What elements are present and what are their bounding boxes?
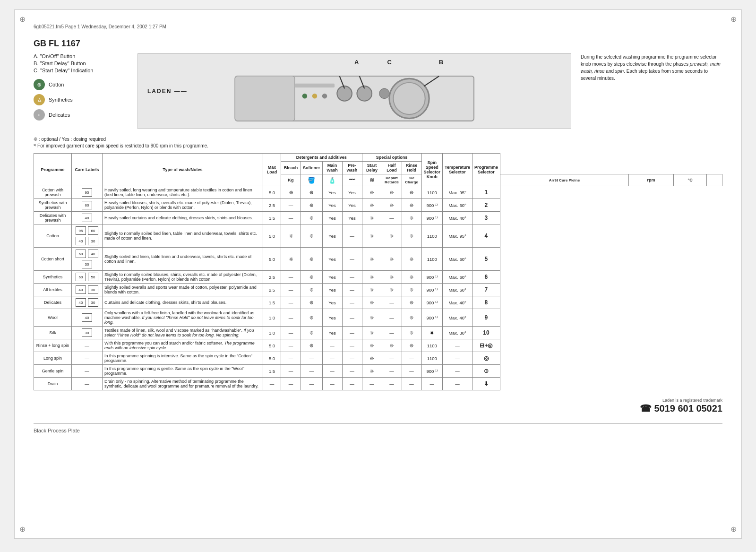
rinse-hold-cell: —: [402, 365, 421, 378]
care-icon-box: 60: [82, 201, 92, 209]
main-wash-cell: Yes: [322, 284, 342, 296]
pre-wash-cell: Yes: [342, 212, 362, 224]
corner-mark-tl: ⊕: [19, 15, 26, 24]
max-load: 5.0: [263, 352, 281, 365]
softener-cell: —: [301, 352, 323, 365]
table-row: Silk30Textiles made of linen, silk, wool…: [34, 327, 722, 339]
spin-speed-cell: 1100: [421, 248, 443, 271]
temperature-cell: —: [443, 339, 472, 352]
prog-notes: Slightly to normally soiled blouses, shi…: [103, 271, 263, 284]
bleach-cell: —: [281, 378, 301, 390]
product-code: ☎ 5019 601 05021: [640, 403, 722, 414]
cotton-icon: ◎: [34, 79, 45, 90]
th-arret: Arrêt Cure Pleine: [500, 174, 628, 186]
pre-wash-cell: —: [342, 271, 362, 284]
main-table: Programme Care Labels Type of wash/Notes…: [34, 153, 722, 390]
softener-cell: ❊: [301, 284, 323, 296]
rinse-hold-cell: ❊: [402, 339, 421, 352]
main-wash-cell: Yes: [322, 199, 342, 212]
bleach-cell: —: [281, 339, 301, 352]
care-icon-box: 40: [88, 250, 98, 258]
label-cotton: ◎ Cotton: [34, 79, 128, 90]
table-row: Cotton short604030Slightly soiled bed li…: [34, 248, 722, 271]
pre-wash-cell: Yes: [342, 199, 362, 212]
temperature-cell: —: [443, 378, 472, 390]
th-kg: Kg: [281, 174, 301, 186]
svg-point-10: [322, 94, 327, 99]
care-icon-box: 30: [82, 328, 92, 337]
corner-mark-br: ⊕: [730, 525, 737, 534]
half-load-cell: ❊: [382, 186, 402, 199]
prog-notes: Slightly to normally soiled bed linen, t…: [103, 224, 263, 248]
care-icons: 4030: [72, 284, 103, 296]
main-wash-cell: Yes: [322, 186, 342, 199]
rinse-hold-cell: ❊: [402, 224, 421, 248]
temperature-cell: Max. 40°: [443, 212, 472, 224]
softener-cell: ❊: [301, 309, 323, 327]
half-load-cell: ❊: [382, 271, 402, 284]
softener-cell: ❊: [301, 212, 323, 224]
table-row: All textiles4030Slightly soiled overalls…: [34, 284, 722, 296]
bleach-cell: —: [281, 327, 301, 339]
bleach-cell: ❊: [281, 248, 301, 271]
main-wash-cell: —: [322, 339, 342, 352]
pre-wash-cell: —: [342, 224, 362, 248]
care-icon-box: 60: [88, 226, 98, 235]
prog-notes: With this programme you can add starch a…: [103, 339, 263, 352]
temperature-cell: Max. 60°: [443, 284, 472, 296]
th-maxload: Max Load: [263, 154, 281, 186]
start-delay-cell: ❊: [362, 224, 382, 248]
rinse-hold-cell: ❊: [402, 186, 421, 199]
care-icons: 40: [72, 309, 103, 327]
table-row: Wool40Only woollens with a felt-free fin…: [34, 309, 722, 327]
prog-name: Drain: [34, 378, 72, 390]
softener-cell: ❊: [301, 339, 323, 352]
prog-name: All textiles: [34, 284, 72, 296]
care-icons: —: [72, 378, 103, 390]
svg-point-8: [302, 94, 307, 99]
prog-selector-cell: 4: [472, 224, 500, 248]
temperature-cell: Max. 60°: [443, 199, 472, 212]
temperature-cell: Max. 60°: [443, 248, 472, 271]
corner-mark-bl: ⊕: [19, 525, 26, 534]
page-header: 6gb05021.fm5 Page 1 Wednesday, December …: [34, 24, 722, 29]
spin-speed-cell: 900 ¹⁾: [421, 199, 443, 212]
prog-notes: Slightly soiled overalls and sports wear…: [103, 284, 263, 296]
temperature-cell: —: [443, 365, 472, 378]
softener-cell: —: [301, 365, 323, 378]
prog-name: Delicates: [34, 296, 72, 309]
spin-speed-cell: 1100: [421, 186, 443, 199]
max-load: 2.5: [263, 271, 281, 284]
prog-name: Rinse + long spin: [34, 339, 72, 352]
main-wash-cell: —: [322, 352, 342, 365]
synth-icon: △: [34, 94, 45, 105]
prog-notes: In this programme spinning is gentle. Sa…: [103, 365, 263, 378]
care-icon-box: 30: [88, 285, 98, 294]
care-icon-box: 95: [82, 188, 92, 197]
prog-selector-cell: 10: [472, 327, 500, 339]
care-icons: 30: [72, 327, 103, 339]
max-load: 5.0: [263, 186, 281, 199]
start-delay-cell: ❊: [362, 339, 382, 352]
care-icons: 604030: [72, 248, 103, 271]
care-icons: —: [72, 365, 103, 378]
footer-right: Laden is a registered trademark ☎ 5019 6…: [640, 398, 722, 414]
prog-selector-cell: 9: [472, 309, 500, 327]
rinse-hold-cell: ❊: [402, 212, 421, 224]
main-title: GB FL 1167: [34, 39, 722, 49]
bottom-text: Black Process Plate: [34, 428, 80, 433]
label-b: B: [439, 59, 443, 66]
labels-column: A. "On/Off" Button B. "Start Delay" Butt…: [34, 53, 128, 129]
half-load-cell: ❊: [382, 224, 402, 248]
spin-speed-cell: 1100: [421, 224, 443, 248]
softener-cell: ❊: [301, 296, 323, 309]
svg-point-6: [379, 88, 389, 98]
start-delay-cell: ❊: [362, 271, 382, 284]
button-c: C. "Start Delay" Indication: [34, 68, 128, 73]
start-delay-cell: ❊: [362, 365, 382, 378]
max-load: 5.0: [263, 248, 281, 271]
main-wash-cell: Yes: [322, 309, 342, 327]
spin-speed-cell: 900 ¹⁾: [421, 271, 443, 284]
care-icon-box: 30: [82, 260, 92, 268]
prog-selector-cell: 1: [472, 186, 500, 199]
